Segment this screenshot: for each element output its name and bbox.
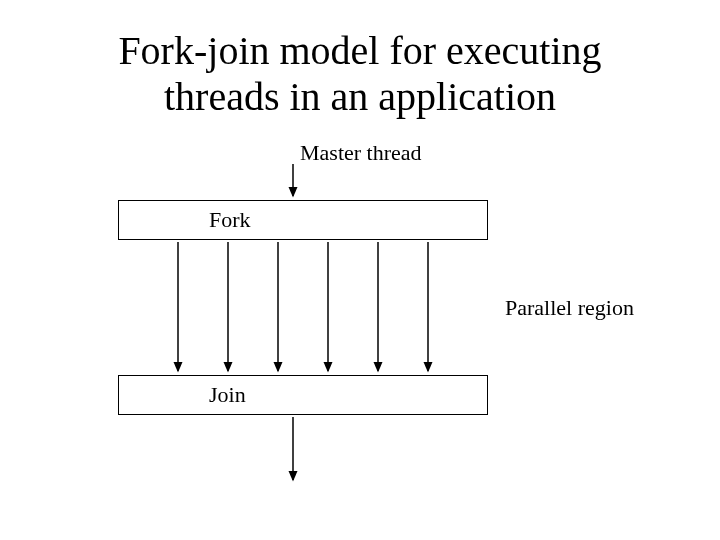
parallel-arrows <box>178 242 428 371</box>
title-line-1: Fork-join model for executing <box>118 28 601 73</box>
fork-box: Fork <box>118 200 488 240</box>
join-label: Join <box>209 382 246 408</box>
fork-label: Fork <box>209 207 251 233</box>
slide: Fork-join model for executing threads in… <box>0 0 720 540</box>
title-line-2: threads in an application <box>164 74 556 119</box>
parallel-region-label: Parallel region <box>505 295 634 321</box>
join-box: Join <box>118 375 488 415</box>
master-thread-label: Master thread <box>300 140 422 166</box>
slide-title: Fork-join model for executing threads in… <box>0 28 720 120</box>
